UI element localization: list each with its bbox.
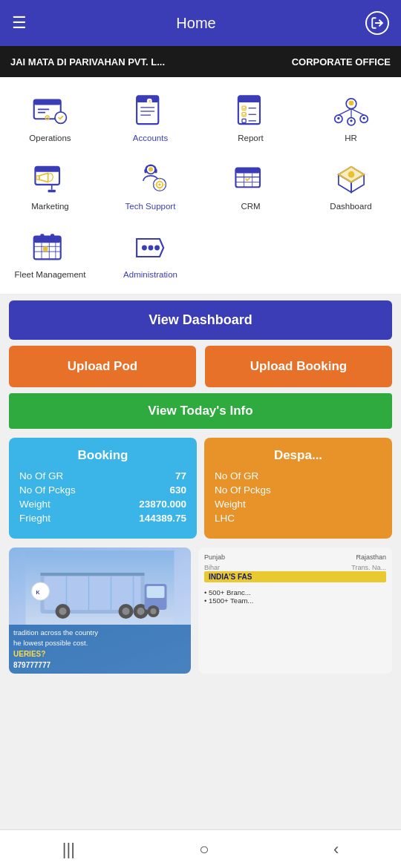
booking-pckgs-value: 630 — [169, 484, 186, 496]
menu-item-report[interactable]: Report — [203, 86, 298, 148]
banner-right[interactable]: Punjab Bihar Rajasthan Trans. Na... Indi… — [198, 548, 392, 674]
bottom-nav: ||| ○ ‹ — [0, 829, 401, 868]
booking-weight-row: Weight 23870.000 — [19, 499, 186, 510]
banner-bullet-1: 500+ Branc... — [204, 588, 386, 596]
svg-rect-35 — [35, 167, 59, 172]
svg-rect-4 — [37, 109, 48, 111]
banners-row: K tradition across the country he lowest… — [0, 548, 401, 674]
svg-rect-2 — [33, 100, 60, 105]
booking-card-title: Booking — [19, 448, 186, 463]
banner-rajasthan-label: Rajasthan — [356, 553, 386, 561]
menu-item-tech-support[interactable]: Tech Support — [103, 154, 198, 217]
dispatch-weight-label: Weight — [215, 499, 246, 510]
dispatch-card-title: Despa... — [215, 448, 382, 463]
header-title: Home — [176, 15, 215, 32]
menu-item-fleet-management[interactable]: Fleet Management — [3, 223, 97, 285]
booking-freight-label: Frieght — [19, 513, 50, 524]
dashboard-label: Dashboard — [330, 202, 371, 211]
stats-row: Booking No Of GR 77 No Of Pckgs 630 Weig… — [0, 438, 401, 539]
tech-support-label: Tech Support — [125, 202, 176, 211]
dispatch-lhc-row: LHC — [215, 513, 382, 524]
view-dashboard-button[interactable]: View Dashboard — [9, 300, 392, 340]
svg-rect-51 — [235, 168, 260, 174]
dispatch-gr-label: No Of GR — [215, 470, 258, 481]
svg-point-32 — [350, 119, 352, 122]
banner-query: UERIES? — [13, 648, 186, 660]
dispatch-weight-row: Weight — [215, 499, 382, 510]
menu-item-marketing[interactable]: Marketing — [3, 154, 97, 217]
company-bar: JAI MATA DI PARIVAHAN PVT. L... CORPORAT… — [0, 46, 401, 77]
svg-point-91 — [151, 608, 157, 614]
nav-home-button[interactable]: ○ — [184, 834, 224, 865]
booking-pckgs-label: No Of Pckgs — [19, 484, 76, 496]
nav-menu-button[interactable]: ||| — [48, 834, 90, 865]
menu-item-hr[interactable]: HR — [304, 86, 398, 148]
nav-back-button[interactable]: ‹ — [319, 834, 353, 865]
menu-item-accounts[interactable]: ₹ Accounts — [103, 86, 198, 148]
svg-rect-36 — [36, 176, 39, 180]
banner-left[interactable]: K tradition across the country he lowest… — [9, 548, 191, 674]
svg-rect-21 — [242, 119, 246, 122]
svg-rect-38 — [48, 190, 55, 192]
svg-point-60 — [348, 171, 354, 178]
booking-pckgs-row: No Of Pckgs 630 — [19, 484, 186, 496]
svg-point-70 — [42, 246, 48, 251]
administration-label: Administration — [123, 270, 177, 279]
menu-item-operations[interactable]: Operations — [3, 86, 97, 148]
company-name: JAI MATA DI PARIVAHAN PVT. L... — [10, 56, 165, 68]
svg-point-33 — [362, 117, 365, 119]
booking-gr-label: No Of GR — [19, 470, 63, 481]
banner-india-fast-badge: India's Fas — [204, 571, 386, 582]
hr-label: HR — [345, 134, 357, 142]
svg-point-85 — [123, 608, 130, 615]
menu-item-administration[interactable]: Administration — [103, 223, 198, 285]
svg-point-45 — [158, 183, 160, 185]
administration-icon — [130, 228, 172, 267]
marketing-icon — [30, 160, 71, 199]
dispatch-pckgs-label: No Of Pckgs — [215, 484, 271, 496]
svg-rect-63 — [40, 234, 44, 239]
report-icon — [230, 92, 272, 131]
accounts-label: Accounts — [133, 134, 168, 142]
crm-label: CRM — [241, 202, 260, 211]
logout-button[interactable] — [365, 11, 389, 35]
booking-gr-value: 77 — [175, 470, 186, 481]
banner-phone: 879777777 — [13, 660, 186, 671]
banner-bullet-2: 1500+ Team... — [204, 596, 386, 605]
marketing-label: Marketing — [31, 202, 69, 211]
hamburger-icon[interactable]: ☰ — [12, 13, 27, 33]
company-office: CORPORATE OFFICE — [292, 56, 391, 68]
booking-freight-value: 144389.75 — [139, 513, 186, 524]
truck-illustration: K — [9, 550, 191, 625]
upload-booking-button[interactable]: Upload Booking — [205, 346, 392, 387]
booking-freight-row: Frieght 144389.75 — [19, 513, 186, 524]
operations-label: Operations — [29, 134, 71, 142]
svg-point-83 — [59, 608, 67, 615]
booking-card: Booking No Of GR 77 No Of Pckgs 630 Weig… — [9, 438, 197, 539]
dispatch-gr-row: No Of GR — [215, 470, 382, 481]
upload-pod-button[interactable]: Upload Pod — [9, 346, 196, 387]
crm-icon — [230, 160, 272, 199]
banner-bihar-label: Bihar — [204, 564, 225, 571]
svg-point-7 — [46, 117, 48, 119]
svg-line-30 — [351, 109, 364, 116]
menu-item-dashboard[interactable]: Dashboard — [304, 154, 398, 217]
svg-point-24 — [348, 100, 353, 105]
hr-icon — [330, 92, 372, 131]
svg-point-73 — [154, 246, 160, 251]
banner-subline: he lowest possible cost. — [13, 638, 186, 648]
svg-line-28 — [338, 109, 351, 116]
svg-point-71 — [142, 246, 147, 251]
booking-gr-row: No Of GR 77 — [19, 470, 186, 481]
view-today-info-button[interactable]: View Today's Info — [9, 393, 392, 429]
svg-rect-89 — [147, 586, 165, 598]
banner-bullets: 500+ Branc... 1500+ Team... — [204, 588, 386, 605]
dashboard-icon — [330, 160, 372, 199]
menu-item-crm[interactable]: CRM — [203, 154, 298, 217]
booking-weight-label: Weight — [19, 499, 50, 510]
banner-tagline: tradition across the country — [13, 628, 186, 638]
report-label: Report — [238, 134, 264, 142]
menu-grid: Operations ₹ Accounts — [0, 77, 401, 295]
operations-icon — [30, 92, 71, 131]
accounts-icon: ₹ — [130, 92, 172, 131]
